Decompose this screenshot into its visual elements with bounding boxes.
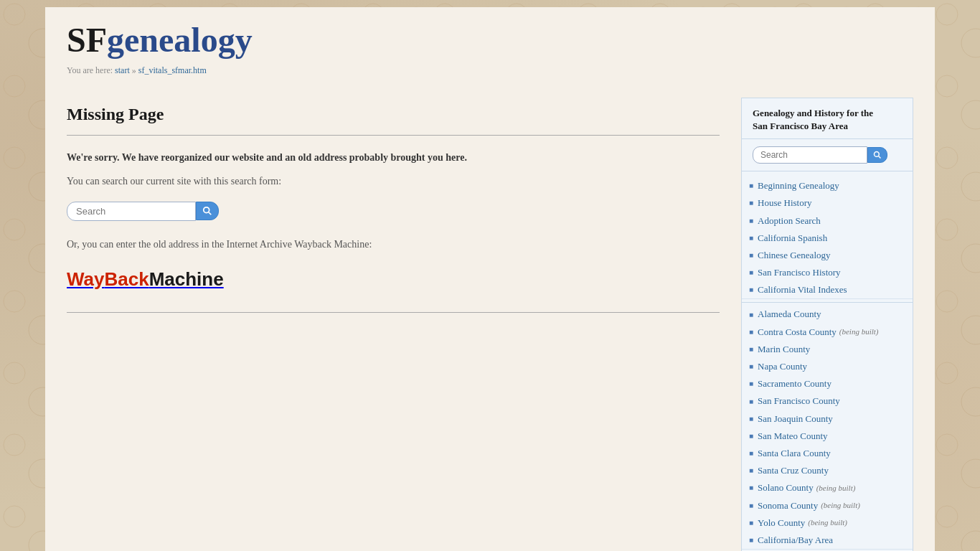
breadcrumb: You are here: start » sf_vitals_sfmar.ht… (67, 65, 913, 76)
nav-item-alameda: ■ Alameda County (742, 306, 913, 323)
nav-bullet: ■ (749, 285, 753, 295)
page-title: Missing Page (67, 105, 720, 124)
nav-item-marin: ■ Marin County (742, 341, 913, 358)
nav-bullet: ■ (749, 483, 753, 493)
nav-link-ca-vital-indexes[interactable]: California Vital Indexes (758, 283, 847, 296)
nav-link-beginning-genealogy[interactable]: Beginning Genealogy (758, 179, 839, 192)
nav-item-santa-cruz: ■ Santa Cruz County (742, 462, 913, 479)
sidebar-section-counties: ■ Alameda County ■ Contra Costa County (… (742, 306, 913, 550)
sidebar-nav: ■ Beginning Genealogy ■ House History ■ … (742, 171, 913, 551)
sidebar-section-topics: ■ Beginning Genealogy ■ House History ■ … (742, 177, 913, 299)
nav-link-california-bay-area[interactable]: California/Bay Area (758, 534, 833, 547)
sidebar-search-area (742, 139, 913, 171)
nav-bullet: ■ (749, 397, 753, 407)
svg-line-1 (209, 212, 212, 215)
nav-link-house-history[interactable]: House History (758, 197, 811, 209)
nav-item-napa: ■ Napa County (742, 358, 913, 375)
nav-bullet: ■ (749, 448, 753, 458)
nav-item-chinese-genealogy: ■ Chinese Genealogy (742, 247, 913, 264)
nav-bullet: ■ (749, 518, 753, 528)
wayback-back: Back (105, 268, 149, 290)
nav-bullet: ■ (749, 327, 753, 337)
nav-bullet: ■ (749, 431, 753, 441)
breadcrumb-start-link[interactable]: start (115, 65, 130, 75)
nav-bullet: ■ (749, 181, 753, 191)
nav-link-san-mateo[interactable]: San Mateo County (758, 430, 828, 443)
nav-link-marin[interactable]: Marin County (758, 343, 810, 356)
nav-link-california-spanish[interactable]: California Spanish (758, 232, 827, 245)
nav-bullet: ■ (749, 362, 753, 372)
nav-bullet: ■ (749, 233, 753, 243)
nav-item-sf-history: ■ San Francisco History (742, 264, 913, 281)
svg-point-2 (875, 152, 880, 157)
nav-item-yolo: ■ Yolo County (being built) (742, 514, 913, 532)
sidebar-header-line1: Genealogy and History for the (753, 108, 873, 118)
bottom-divider (67, 312, 720, 313)
wayback-machine-link[interactable]: WayBackMachine (67, 268, 224, 291)
nav-item-ca-vital-indexes: ■ California Vital Indexes (742, 281, 913, 298)
title-sf: SF (67, 21, 107, 59)
nav-item-solano: ■ Solano County (being built) (742, 479, 913, 496)
nav-bullet: ■ (749, 379, 753, 389)
sidebar-header-line2: San Francisco Bay Area (753, 121, 848, 131)
main-layout: Missing Page We're sorry. We have reorga… (45, 87, 935, 551)
nav-link-chinese-genealogy[interactable]: Chinese Genealogy (758, 249, 830, 262)
svg-line-3 (879, 156, 881, 159)
nav-item-california-spanish: ■ California Spanish (742, 230, 913, 247)
wayback-way: Way (67, 268, 105, 290)
nav-item-california-bay-area: ■ California/Bay Area (742, 532, 913, 549)
nav-note-yolo: (being built) (808, 517, 847, 528)
page-wrapper: SFgenealogy You are here: start » sf_vit… (45, 7, 935, 551)
sidebar: Genealogy and History for the San Franci… (741, 87, 913, 551)
nav-item-adoption-search: ■ Adoption Search (742, 212, 913, 230)
nav-link-contra-costa[interactable]: Contra Costa County (758, 326, 837, 339)
nav-bullet: ■ (749, 535, 753, 545)
title-genealogy: genealogy (107, 21, 253, 59)
site-header: SFgenealogy You are here: start » sf_vit… (45, 7, 935, 87)
nav-link-sacramento[interactable]: Sacramento County (758, 377, 831, 390)
inline-search-form (67, 202, 720, 221)
nav-item-sonoma: ■ Sonoma County (being built) (742, 497, 913, 514)
nav-link-alameda[interactable]: Alameda County (758, 308, 821, 321)
inline-search-input[interactable] (67, 202, 196, 221)
nav-note-contra-costa: (being built) (839, 326, 879, 337)
sidebar-box: Genealogy and History for the San Franci… (741, 98, 913, 551)
nav-bullet: ■ (749, 268, 753, 278)
nav-item-contra-costa: ■ Contra Costa County (being built) (742, 324, 913, 341)
main-message: We're sorry. We have reorganized our web… (67, 150, 720, 165)
nav-link-santa-cruz[interactable]: Santa Cruz County (758, 464, 829, 477)
nav-item-san-joaquin: ■ San Joaquin County (742, 410, 913, 428)
nav-link-san-francisco[interactable]: San Francisco County (758, 395, 840, 408)
nav-link-san-joaquin[interactable]: San Joaquin County (758, 413, 833, 425)
nav-link-solano[interactable]: Solano County (758, 481, 814, 494)
wayback-machine-word: Machine (149, 268, 224, 290)
breadcrumb-prefix: You are here: (67, 65, 113, 75)
wayback-text: Or, you can enter the old address in the… (67, 239, 720, 250)
title-divider (67, 135, 720, 136)
nav-bullet: ■ (749, 198, 753, 208)
nav-link-sonoma[interactable]: Sonoma County (758, 499, 818, 512)
nav-link-sf-history[interactable]: San Francisco History (758, 266, 841, 279)
nav-link-santa-clara[interactable]: Santa Clara County (758, 447, 831, 460)
sidebar-search-input[interactable] (753, 146, 867, 164)
svg-point-0 (204, 207, 209, 213)
nav-bullet: ■ (749, 250, 753, 260)
nav-bullet: ■ (749, 501, 753, 511)
sub-message: You can search our current site with thi… (67, 176, 720, 187)
content-area: Missing Page We're sorry. We have reorga… (67, 87, 741, 551)
breadcrumb-current-link[interactable]: sf_vitals_sfmar.htm (138, 65, 207, 75)
search-icon (202, 206, 212, 216)
sidebar-header: Genealogy and History for the San Franci… (742, 98, 913, 139)
nav-item-beginning-genealogy: ■ Beginning Genealogy (742, 177, 913, 194)
sidebar-search-button[interactable] (867, 147, 887, 163)
nav-bullet: ■ (749, 466, 753, 476)
nav-link-napa[interactable]: Napa County (758, 360, 807, 373)
nav-item-san-francisco: ■ San Francisco County (742, 392, 913, 410)
nav-bullet: ■ (749, 216, 753, 226)
nav-note-sonoma: (being built) (821, 500, 860, 511)
nav-item-san-mateo: ■ San Mateo County (742, 428, 913, 445)
nav-bullet: ■ (749, 310, 753, 320)
nav-link-adoption-search[interactable]: Adoption Search (758, 215, 821, 227)
nav-link-yolo[interactable]: Yolo County (758, 517, 805, 529)
inline-search-button[interactable] (196, 202, 219, 220)
